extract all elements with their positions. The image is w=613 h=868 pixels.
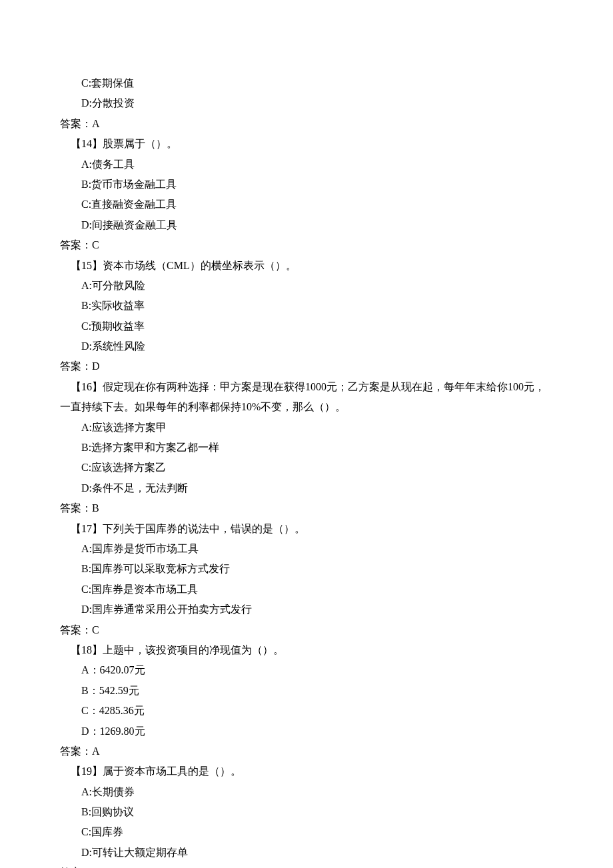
option-text: B:回购协议 [60, 802, 553, 822]
document-page: C:套期保值 D:分散投资 答案：A 【14】股票属于（）。 A:债务工具 B:… [0, 0, 613, 868]
option-text: C：4285.36元 [60, 701, 553, 721]
option-text: B：542.59元 [60, 681, 553, 701]
question-text: 【19】属于资本市场工具的是（）。 [60, 761, 553, 781]
question-text-continued: 一直持续下去。如果每年的利率都保持10%不变，那么（）。 [60, 397, 553, 417]
answer-text: 答案：D [60, 356, 553, 376]
option-text: C:应该选择方案乙 [60, 458, 553, 478]
option-text: A:长期债券 [60, 782, 553, 802]
option-text: D:国库券通常采用公开拍卖方式发行 [60, 600, 553, 620]
option-text: D：1269.80元 [60, 721, 553, 741]
option-text: B:国库券可以采取竞标方式发行 [60, 559, 553, 579]
option-text: C:预期收益率 [60, 316, 553, 336]
option-text: A:应该选择方案甲 [60, 418, 553, 438]
option-text: A：6420.07元 [60, 660, 553, 680]
answer-text: 答案：A [60, 741, 553, 761]
option-text: A:国库券是货币市场工具 [60, 539, 553, 559]
answer-text: 答案：A [60, 114, 553, 134]
option-text: B:实际收益率 [60, 296, 553, 316]
option-text: D:可转让大额定期存单 [60, 843, 553, 863]
answer-text: 答案：B [60, 498, 553, 518]
option-text: D:间接融资金融工具 [60, 215, 553, 235]
option-text: C:国库券 [60, 822, 553, 842]
question-text: 【18】上题中，该投资项目的净现值为（）。 [60, 640, 553, 660]
question-text: 【16】假定现在你有两种选择：甲方案是现在获得1000元；乙方案是从现在起，每年… [60, 377, 553, 397]
option-text: A:可分散风险 [60, 276, 553, 296]
question-text: 【15】资本市场线（CML）的横坐标表示（）。 [60, 256, 553, 276]
option-text: A:债务工具 [60, 155, 553, 175]
question-text: 【14】股票属于（）。 [60, 134, 553, 154]
option-text: C:直接融资金融工具 [60, 195, 553, 215]
answer-text: 答案：A [60, 863, 553, 868]
option-text: B:选择方案甲和方案乙都一样 [60, 438, 553, 458]
option-text: D:分散投资 [60, 93, 553, 113]
option-text: C:套期保值 [60, 73, 553, 93]
option-text: C:国库券是资本市场工具 [60, 580, 553, 600]
question-text: 【17】下列关于国库券的说法中，错误的是（）。 [60, 519, 553, 539]
option-text: B:货币市场金融工具 [60, 175, 553, 195]
answer-text: 答案：C [60, 620, 553, 640]
answer-text: 答案：C [60, 235, 553, 255]
option-text: D:条件不足，无法判断 [60, 478, 553, 498]
option-text: D:系统性风险 [60, 336, 553, 356]
